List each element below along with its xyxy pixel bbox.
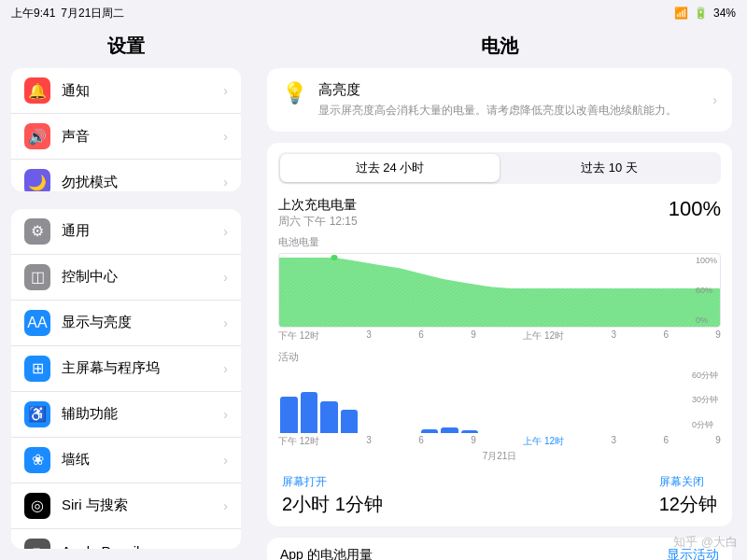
brightness-chevron-icon: › <box>712 92 717 107</box>
wifi-icon: 📶 <box>674 7 688 20</box>
activity-x-labels: 下午 12时 3 6 9 上午 12时 3 6 9 <box>278 435 721 448</box>
sidebar-item-displaybrightness[interactable]: AA显示与亮度› <box>11 301 241 346</box>
last-charge-row: 上次充电电量 周六 下午 12:15 100% <box>278 197 721 230</box>
status-left: 上午9:41 7月21日周二 <box>11 6 124 21</box>
sidebar-icon-displaybrightness: AA <box>24 310 50 336</box>
screen-off-value: 12分钟 <box>659 492 717 517</box>
sidebar-icon-notifications: 🔔 <box>24 77 50 104</box>
sidebar-label-displaybrightness: 显示与亮度 <box>62 314 132 331</box>
content-title: 电池 <box>252 26 747 68</box>
screen-on-value: 2小时 1分钟 <box>282 492 383 517</box>
brightness-text-area: 高亮度 显示屏亮度高会消耗大量的电量。请考虑降低亮度以改善电池续航能力。 <box>318 81 701 119</box>
app-battery-section: App 的电池用量 显示活动 📝Notability75%⚙设置知知乎 <box>267 538 732 560</box>
svg-marker-1 <box>279 258 720 327</box>
sidebar-item-homescreen[interactable]: ⊞主屏幕与程序坞› <box>11 346 241 392</box>
last-charge-pct: 100% <box>669 197 721 221</box>
activity-bar <box>320 401 338 433</box>
sidebar-label-siri: Siri 与搜索 <box>62 497 128 514</box>
screen-off-label: 屏幕关闭 <box>659 474 717 490</box>
sidebar-chevron-accessibility: › <box>223 407 228 422</box>
sidebar-item-donotdisturb[interactable]: 🌙勿扰模式› <box>11 160 241 191</box>
show-activity-button[interactable]: 显示活动 <box>667 547 719 560</box>
sidebar-label-homescreen: 主屏幕与程序坞 <box>62 359 160 377</box>
chart-y-labels: 100% 60% 0% <box>693 254 720 327</box>
brightness-icon: 💡 <box>282 81 307 105</box>
sidebar-item-applepencil[interactable]: ✏Apple Pencil› <box>11 529 241 549</box>
sidebar-chevron-donotdisturb: › <box>223 175 228 189</box>
battery-chart-label: 电池电量 <box>278 235 721 249</box>
battery-chart: 100% 60% 0% <box>278 253 721 328</box>
battery-detail-card: 过去 24 小时 过去 10 天 上次充电电量 周六 下午 12:15 100%… <box>267 143 732 526</box>
sidebar-item-wallpaper[interactable]: ❀墙纸› <box>11 438 241 483</box>
sidebar-chevron-siri: › <box>223 498 228 513</box>
sidebar-chevron-wallpaper: › <box>223 453 228 468</box>
activity-y-labels: 60分钟 30分钟 0分钟 <box>689 368 721 433</box>
sidebar-item-general[interactable]: ⚙通用› <box>11 209 241 255</box>
activity-bar <box>341 410 359 433</box>
sidebar-icon-applepencil: ✏ <box>24 539 50 549</box>
sidebar-icon-controlcenter: ◫ <box>24 264 50 290</box>
tabs: 过去 24 小时 过去 10 天 <box>278 152 721 184</box>
sidebar-label-general: 通用 <box>62 222 90 240</box>
activity-date: 7月21日 <box>278 450 721 463</box>
sidebar-label-wallpaper: 墙纸 <box>62 451 90 469</box>
status-right: 📶 🔋 34% <box>674 7 736 20</box>
sidebar-chevron-displaybrightness: › <box>223 315 228 330</box>
sidebar-item-sounds[interactable]: 🔊声音› <box>11 114 241 160</box>
sidebar-label-applepencil: Apple Pencil <box>62 543 139 549</box>
time-row: 屏幕打开 2小时 1分钟 屏幕关闭 12分钟 <box>278 474 721 517</box>
battery-icon: 🔋 <box>694 7 708 20</box>
sidebar-icon-siri: ◎ <box>24 493 50 519</box>
status-date: 7月21日周二 <box>61 6 124 21</box>
sidebar-chevron-sounds: › <box>223 129 228 144</box>
activity-chart-section: 活动 60分钟 30分钟 0分钟 下午 12时 3 6 <box>278 350 721 463</box>
svg-point-2 <box>331 255 337 260</box>
sidebar: 设置 🔔通知›🔊声音›🌙勿扰模式›⏱屏幕使用时间› ⚙通用›◫控制中心›AA显示… <box>0 26 252 560</box>
sidebar-chevron-homescreen: › <box>223 361 228 376</box>
tab-10d[interactable]: 过去 10 天 <box>500 154 719 182</box>
screen-off-block: 屏幕关闭 12分钟 <box>659 474 717 517</box>
activity-bar <box>301 392 318 432</box>
app-battery-label: App 的电池用量 <box>280 547 373 560</box>
content-inner: 💡 高亮度 显示屏亮度高会消耗大量的电量。请考虑降低亮度以改善电池续航能力。 ›… <box>252 68 747 560</box>
sidebar-item-accessibility[interactable]: ♿辅助功能› <box>11 392 241 438</box>
activity-chart: 60分钟 30分钟 0分钟 <box>278 368 721 433</box>
last-charge-sub: 周六 下午 12:15 <box>278 214 358 230</box>
activity-chart-wrapper: 60分钟 30分钟 0分钟 下午 12时 3 6 9 上午 12时 3 <box>278 368 721 463</box>
sidebar-label-sounds: 声音 <box>62 128 90 146</box>
chart-x-labels: 下午 12时 3 6 9 上午 12时 3 6 9 <box>278 329 721 343</box>
brightness-desc: 显示屏亮度高会消耗大量的电量。请考虑降低亮度以改善电池续航能力。 <box>318 103 701 119</box>
activity-bar <box>441 427 458 433</box>
battery-chart-wrapper: 100% 60% 0% 下午 12时 3 6 9 上午 12时 3 <box>278 253 721 343</box>
tab-24h[interactable]: 过去 24 小时 <box>280 154 500 182</box>
last-charge-label: 上次充电电量 <box>278 197 358 214</box>
sidebar-item-controlcenter[interactable]: ◫控制中心› <box>11 255 241 301</box>
sidebar-icon-homescreen: ⊞ <box>24 356 50 382</box>
content-panel: 电池 💡 高亮度 显示屏亮度高会消耗大量的电量。请考虑降低亮度以改善电池续航能力… <box>252 26 747 560</box>
brightness-card[interactable]: 💡 高亮度 显示屏亮度高会消耗大量的电量。请考虑降低亮度以改善电池续航能力。 › <box>267 68 732 132</box>
app-battery-header: App 的电池用量 显示活动 <box>267 538 732 560</box>
sidebar-section-2: ⚙通用›◫控制中心›AA显示与亮度›⊞主屏幕与程序坞›♿辅助功能›❀墙纸›◎Si… <box>11 209 241 549</box>
main-layout: 设置 🔔通知›🔊声音›🌙勿扰模式›⏱屏幕使用时间› ⚙通用›◫控制中心›AA显示… <box>0 26 747 560</box>
sidebar-chevron-applepencil: › <box>223 544 228 549</box>
brightness-title: 高亮度 <box>318 81 701 99</box>
status-time: 上午9:41 <box>11 6 55 21</box>
sidebar-chevron-notifications: › <box>223 83 228 98</box>
sidebar-item-siri[interactable]: ◎Siri 与搜索› <box>11 483 241 529</box>
sidebar-label-donotdisturb: 勿扰模式 <box>62 174 118 191</box>
sidebar-item-notifications[interactable]: 🔔通知› <box>11 68 241 114</box>
screen-on-block: 屏幕打开 2小时 1分钟 <box>282 474 383 517</box>
screen-on-label: 屏幕打开 <box>282 474 383 490</box>
last-charge-info: 上次充电电量 周六 下午 12:15 <box>278 197 358 230</box>
activity-bar <box>461 430 479 433</box>
sidebar-label-notifications: 通知 <box>62 82 90 100</box>
sidebar-chevron-general: › <box>223 224 228 239</box>
sidebar-label-controlcenter: 控制中心 <box>62 268 118 286</box>
battery-chart-svg <box>279 254 720 327</box>
status-bar: 上午9:41 7月21日周二 📶 🔋 34% <box>0 0 747 26</box>
sidebar-icon-wallpaper: ❀ <box>24 447 50 473</box>
sidebar-icon-accessibility: ♿ <box>24 401 50 427</box>
sidebar-divider <box>0 203 252 209</box>
sidebar-title: 设置 <box>0 26 252 68</box>
activity-bar <box>280 397 298 433</box>
